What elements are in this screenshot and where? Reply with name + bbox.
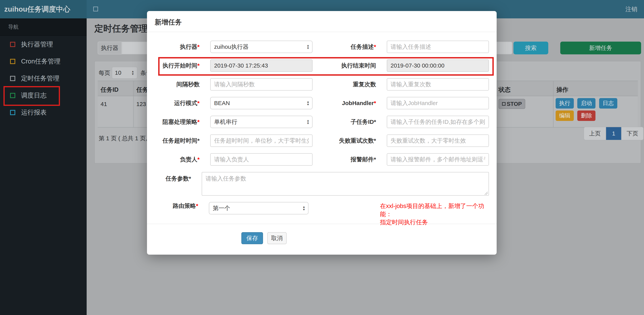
sidebar-toggle-icon[interactable] (93, 7, 98, 12)
end-time-input[interactable]: 2019-07-30 00:00:00 (387, 59, 489, 72)
interval-label: 间隔秒数 (155, 81, 210, 88)
logout-link[interactable]: 注销 (626, 0, 638, 18)
square-icon (10, 93, 15, 98)
route-strategy-label: 路由策略* (155, 202, 209, 210)
modal-title: 新增任务 (147, 11, 497, 32)
sidebar-item-label: 运行报表 (21, 108, 46, 117)
start-time-label: 执行开始时间* (155, 62, 210, 70)
per-page-select[interactable]: 10 ▲▼ (112, 67, 137, 79)
form-row-executor-desc: 执行器* zuihou执行器 ▲▼ 任务描述* (155, 41, 489, 53)
run-mode-select[interactable]: BEAN ▲▼ (210, 97, 312, 109)
retry-count-label: 失败重试次数* (312, 137, 387, 145)
status-badge: STOP (498, 99, 525, 109)
next-page-button[interactable]: 下页 (622, 127, 643, 140)
task-params-textarea[interactable] (202, 172, 489, 196)
stop-square-icon (502, 102, 506, 106)
select-arrows-icon: ▲▼ (302, 205, 305, 211)
sidebar-item-scheduled-tasks[interactable]: 定时任务管理 (0, 70, 87, 87)
task-params-wrap (202, 172, 489, 196)
sidebar: 导航 执行器管理 Cron任务管理 定时任务管理 调度日志 运行报表 (0, 18, 87, 315)
filter-executor-label: 执行器 (98, 42, 122, 54)
log-button[interactable]: 日志 (599, 98, 617, 109)
sidebar-item-label: 执行器管理 (21, 40, 53, 49)
executor-label: 执行器* (155, 43, 210, 51)
sidebar-item-run-report[interactable]: 运行报表 (0, 104, 87, 121)
executor-select[interactable]: zuihou执行器 ▲▼ (210, 41, 312, 53)
square-icon (10, 110, 15, 115)
column-divider (134, 96, 134, 127)
owner-label: 负责人* (155, 156, 210, 163)
child-task-id-label: 子任务ID* (312, 118, 387, 126)
task-desc-input[interactable] (387, 41, 489, 53)
prev-page-button[interactable]: 上页 (584, 127, 606, 140)
sidebar-item-label: 定时任务管理 (21, 74, 59, 83)
search-button[interactable]: 搜索 (514, 42, 548, 54)
col-header-task-id: 任务ID (100, 86, 118, 94)
form-row-runmode-handler: 运行模式* BEAN ▲▼ JobHandler* (155, 97, 489, 109)
pagination: 上页 1 下页 (584, 127, 644, 140)
form-row-start-end-time: 执行开始时间* 2019-07-30 17:25:43 执行结束时间 2019-… (155, 59, 489, 72)
form-row-block-childid: 阻塞处理策略* 单机串行 ▲▼ 子任务ID* (155, 116, 489, 128)
delete-button[interactable]: 删除 (577, 111, 596, 121)
save-button[interactable]: 保存 (241, 232, 263, 244)
jobhandler-label: JobHandler* (312, 100, 387, 106)
owner-input[interactable] (210, 153, 312, 166)
start-time-input[interactable]: 2019-07-30 17:25:43 (210, 59, 312, 72)
select-arrows-icon: ▲▼ (131, 70, 134, 76)
sidebar-item-label: Cron任务管理 (21, 57, 60, 66)
block-strategy-label: 阻塞处理策略* (155, 118, 210, 126)
square-icon (10, 59, 15, 64)
select-arrows-icon: ▲▼ (306, 119, 310, 125)
repeat-count-input[interactable] (387, 78, 489, 91)
timeout-label: 任务超时时间* (155, 137, 210, 145)
task-desc-label: 任务描述* (312, 43, 387, 51)
column-divider (553, 96, 554, 127)
task-params-label: 任务参数* (155, 172, 202, 183)
feature-note-line2: 指定时间执行任务 (380, 218, 489, 226)
retry-count-input[interactable] (387, 134, 489, 147)
cell-task-desc: 123 (136, 101, 146, 107)
add-task-modal: 新增任务 执行器* zuihou执行器 ▲▼ 任务描述* 执行开始时间* 201… (147, 11, 497, 255)
current-page-button[interactable]: 1 (606, 127, 622, 140)
modal-footer: 保存 取消 (147, 224, 497, 244)
form-row-task-params: 任务参数* (155, 172, 489, 196)
block-strategy-select[interactable]: 单机串行 ▲▼ (210, 116, 312, 128)
sidebar-item-cron-tasks[interactable]: Cron任务管理 (0, 53, 87, 70)
interval-input[interactable] (210, 78, 312, 91)
alarm-email-label: 报警邮件* (312, 156, 387, 163)
sidebar-item-executor-mgmt[interactable]: 执行器管理 (0, 36, 87, 53)
select-arrows-icon: ▲▼ (306, 44, 310, 50)
add-task-button[interactable]: 新增任务 (560, 42, 641, 54)
executor-select-value: zuihou执行器 (214, 43, 248, 51)
sidebar-nav-heading: 导航 (0, 18, 87, 36)
form-row-owner-email: 负责人* 报警邮件* (155, 153, 489, 166)
select-arrows-icon: ▲▼ (306, 100, 310, 106)
timeout-input[interactable] (210, 134, 312, 147)
repeat-count-label: 重复次数 (312, 81, 387, 88)
route-strategy-select[interactable]: 第一个 ▲▼ (209, 202, 308, 214)
run-mode-select-value: BEAN (214, 100, 230, 106)
col-header-status: 状态 (498, 86, 510, 94)
run-mode-label: 运行模式* (155, 99, 210, 107)
edit-button[interactable]: 编辑 (556, 111, 574, 121)
per-page-label: 每页 (99, 69, 110, 77)
route-strategy-select-value: 第一个 (213, 204, 230, 212)
form-row-interval-repeat: 间隔秒数 重复次数 (155, 78, 489, 91)
block-strategy-select-value: 单机串行 (214, 118, 237, 126)
start-button[interactable]: 启动 (577, 98, 596, 109)
sidebar-item-label: 调度日志 (21, 91, 46, 100)
col-header-operations: 操作 (556, 86, 568, 94)
run-button[interactable]: 执行 (556, 98, 574, 109)
app-logo[interactable]: zuihou任务调度中心 (0, 0, 87, 18)
child-task-id-input[interactable] (387, 116, 489, 128)
column-divider (553, 81, 554, 96)
cancel-button[interactable]: 取消 (267, 232, 286, 244)
form-row-timeout-retry: 任务超时时间* 失败重试次数* (155, 134, 489, 147)
feature-note-line1: 在xxl-jobs项目的基础上，新增了一个功能： (380, 202, 489, 218)
alarm-email-input[interactable] (387, 153, 489, 166)
sidebar-item-dispatch-log[interactable]: 调度日志 (0, 87, 87, 104)
square-icon (10, 42, 15, 47)
cell-task-id: 41 (100, 101, 107, 107)
jobhandler-input[interactable] (387, 97, 489, 109)
page-title: 定时任务管理 (94, 23, 148, 35)
